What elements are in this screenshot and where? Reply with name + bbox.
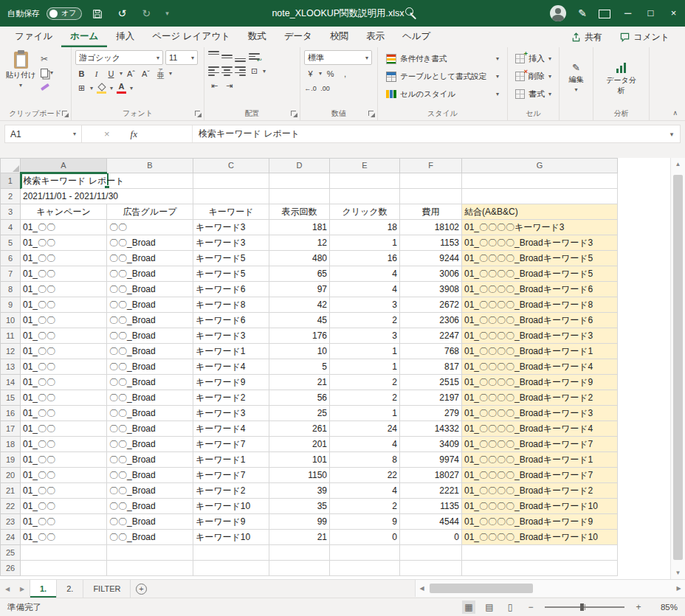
borders-dropdown-icon[interactable]: ▾ <box>90 85 93 91</box>
cell-B11[interactable]: 〇〇_Broad <box>107 328 193 344</box>
cell-A7[interactable]: 01_〇〇 <box>21 266 107 282</box>
zoom-in-button[interactable]: + <box>632 601 645 614</box>
dialog-launcher-font[interactable] <box>195 111 202 117</box>
vertical-scrollbar[interactable]: ▲ ▼ <box>670 158 685 579</box>
cell-E7[interactable]: 4 <box>330 266 400 282</box>
cell-G5[interactable]: 01_〇〇〇〇_Broadキーワード3 <box>462 235 618 251</box>
italic-button[interactable]: I <box>90 67 103 80</box>
cell-D7[interactable]: 65 <box>269 266 330 282</box>
vertical-scrollbar-thumb[interactable] <box>673 175 683 560</box>
cell-G25[interactable] <box>462 545 618 561</box>
cell-F4[interactable]: 18102 <box>400 220 462 235</box>
insert-cells-button[interactable]: + 挿入 ▾ <box>512 50 555 67</box>
copy-dropdown-icon[interactable]: ▾ <box>50 69 53 76</box>
name-box-dropdown-icon[interactable]: ▾ <box>73 131 76 137</box>
cell-F15[interactable]: 2197 <box>400 390 462 406</box>
cell-E3[interactable]: クリック数 <box>330 204 400 220</box>
cell-A15[interactable]: 01_〇〇 <box>21 390 107 406</box>
zoom-out-button[interactable]: − <box>524 601 537 614</box>
cell-F20[interactable]: 18027 <box>400 468 462 483</box>
cell-B24[interactable]: 〇〇_Broad <box>107 530 193 545</box>
cell-F13[interactable]: 817 <box>400 359 462 375</box>
cell-E12[interactable]: 1 <box>330 344 400 359</box>
cell-A20[interactable]: 01_〇〇 <box>21 468 107 483</box>
row-header-15[interactable]: 15 <box>1 390 21 406</box>
cell-G2[interactable] <box>462 189 618 204</box>
cell-D18[interactable]: 201 <box>269 437 330 452</box>
cell-E15[interactable]: 2 <box>330 390 400 406</box>
editing-button[interactable]: ✎ 編集 ▾ <box>560 47 593 108</box>
data-analysis-button[interactable]: データ分析 <box>604 63 639 96</box>
increase-font-size-button[interactable]: Aˆ <box>125 67 137 80</box>
cell-D17[interactable]: 261 <box>269 421 330 437</box>
cell-D2[interactable] <box>269 189 330 204</box>
horizontal-scrollbar-track[interactable] <box>428 580 672 597</box>
ribbon-tab-ホーム[interactable]: ホーム <box>61 27 107 47</box>
cell-D15[interactable]: 56 <box>269 390 330 406</box>
cell-F6[interactable]: 9244 <box>400 251 462 266</box>
cell-B15[interactable]: 〇〇_Broad <box>107 390 193 406</box>
cell-G10[interactable]: 01_〇〇〇〇_Broadキーワード6 <box>462 313 618 328</box>
cell-C23[interactable]: キーワード9 <box>193 514 269 530</box>
phonetic-guide-button[interactable]: ア 亜 <box>154 67 167 80</box>
font-color-button[interactable]: A <box>115 82 128 94</box>
cell-C12[interactable]: キーワード1 <box>193 344 269 359</box>
cell-A11[interactable]: 01_〇〇 <box>21 328 107 344</box>
cell-F9[interactable]: 2672 <box>400 297 462 313</box>
cell-F26[interactable] <box>400 561 462 576</box>
ribbon-tab-ページ レイアウト[interactable]: ページ レイアウト <box>143 27 239 47</box>
cell-F22[interactable]: 1135 <box>400 499 462 514</box>
cell-D13[interactable]: 5 <box>269 359 330 375</box>
cell-C19[interactable]: キーワード1 <box>193 452 269 468</box>
cell-F12[interactable]: 768 <box>400 344 462 359</box>
name-box[interactable]: A1 ▾ <box>5 125 82 142</box>
cell-F23[interactable]: 4544 <box>400 514 462 530</box>
cell-C20[interactable]: キーワード7 <box>193 468 269 483</box>
cell-G12[interactable]: 01_〇〇〇〇_Broadキーワード1 <box>462 344 618 359</box>
cell-C13[interactable]: キーワード4 <box>193 359 269 375</box>
close-button[interactable]: × <box>662 0 685 27</box>
cell-C9[interactable]: キーワード8 <box>193 297 269 313</box>
share-button[interactable]: 共有 <box>565 29 609 46</box>
cell-E23[interactable]: 9 <box>330 514 400 530</box>
fill-color-dropdown-icon[interactable]: ▾ <box>110 85 113 91</box>
cell-E9[interactable]: 3 <box>330 297 400 313</box>
cell-B14[interactable]: 〇〇_Broad <box>107 375 193 390</box>
currency-dropdown-icon[interactable]: ▾ <box>319 70 322 77</box>
row-header-12[interactable]: 12 <box>1 344 21 359</box>
row-header-18[interactable]: 18 <box>1 437 21 452</box>
cell-B25[interactable] <box>107 545 193 561</box>
row-header-4[interactable]: 4 <box>1 220 21 235</box>
insert-function-button[interactable]: fx <box>131 128 137 140</box>
cell-G7[interactable]: 01_〇〇〇〇_Broadキーワード5 <box>462 266 618 282</box>
redo-button[interactable]: ↻ <box>137 0 155 27</box>
cell-D6[interactable]: 480 <box>269 251 330 266</box>
minimize-button[interactable]: ─ <box>616 0 639 27</box>
cell-G18[interactable]: 01_〇〇〇〇_Broadキーワード7 <box>462 437 618 452</box>
paste-dropdown-icon[interactable]: ▾ <box>19 82 22 89</box>
cell-D20[interactable]: 1150 <box>269 468 330 483</box>
cell-D3[interactable]: 表示回数 <box>269 204 330 220</box>
ribbon-tab-挿入[interactable]: 挿入 <box>107 27 143 47</box>
cell-D9[interactable]: 42 <box>269 297 330 313</box>
cell-C15[interactable]: キーワード2 <box>193 390 269 406</box>
cell-B7[interactable]: 〇〇_Broad <box>107 266 193 282</box>
cell-E5[interactable]: 1 <box>330 235 400 251</box>
cell-G3[interactable]: 結合(A&B&C) <box>462 204 618 220</box>
formula-input[interactable]: 検索キーワード レポート <box>193 128 664 140</box>
dialog-launcher-number[interactable] <box>368 111 375 117</box>
sheet-nav-right-icon[interactable]: ▶ <box>15 580 30 598</box>
cell-C8[interactable]: キーワード6 <box>193 282 269 297</box>
row-header-24[interactable]: 24 <box>1 530 21 545</box>
cell-B5[interactable]: 〇〇_Broad <box>107 235 193 251</box>
cell-E17[interactable]: 24 <box>330 421 400 437</box>
cell-B3[interactable]: 広告グループ <box>107 204 193 220</box>
cell-G8[interactable]: 01_〇〇〇〇_Broadキーワード6 <box>462 282 618 297</box>
cell-E26[interactable] <box>330 561 400 576</box>
row-header-9[interactable]: 9 <box>1 297 21 313</box>
merge-dropdown-icon[interactable]: ▾ <box>263 68 266 75</box>
cell-C11[interactable]: キーワード3 <box>193 328 269 344</box>
cell-D11[interactable]: 176 <box>269 328 330 344</box>
cell-C10[interactable]: キーワード6 <box>193 313 269 328</box>
cell-C17[interactable]: キーワード4 <box>193 421 269 437</box>
